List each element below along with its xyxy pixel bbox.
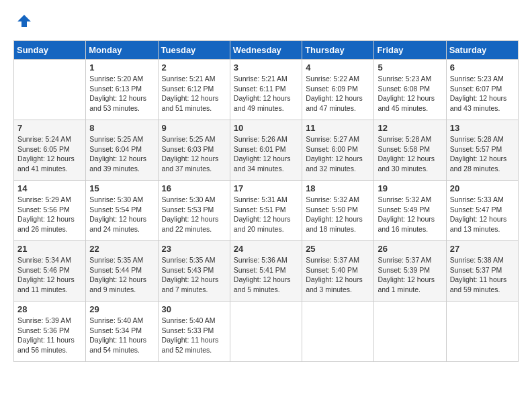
day-cell: 10 Sunrise: 5:26 AM Sunset: 6:01 PM Dayl… — [230, 120, 302, 181]
calendar-table: SundayMondayTuesdayWednesdayThursdayFrid… — [13, 40, 519, 362]
day-number: 25 — [306, 244, 370, 254]
day-info: Sunrise: 5:23 AM Sunset: 6:07 PM Dayligh… — [450, 74, 515, 113]
weekday-header-monday: Monday — [86, 41, 158, 60]
day-number: 3 — [234, 62, 298, 73]
day-info: Sunrise: 5:22 AM Sunset: 6:09 PM Dayligh… — [306, 74, 370, 113]
day-cell: 25 Sunrise: 5:37 AM Sunset: 5:40 PM Dayl… — [302, 241, 374, 302]
day-cell — [14, 60, 86, 120]
day-number: 20 — [450, 183, 515, 193]
day-cell: 30 Sunrise: 5:40 AM Sunset: 5:33 PM Dayl… — [158, 302, 230, 362]
day-cell: 2 Sunrise: 5:21 AM Sunset: 6:12 PM Dayli… — [158, 60, 230, 120]
day-info: Sunrise: 5:30 AM Sunset: 5:54 PM Dayligh… — [89, 195, 154, 234]
day-cell: 26 Sunrise: 5:37 AM Sunset: 5:39 PM Dayl… — [374, 241, 446, 302]
day-number: 17 — [234, 183, 298, 193]
weekday-header-tuesday: Tuesday — [158, 41, 230, 60]
day-number: 18 — [306, 183, 370, 193]
day-info: Sunrise: 5:21 AM Sunset: 6:12 PM Dayligh… — [162, 74, 226, 113]
day-number: 26 — [378, 244, 442, 254]
weekday-header-friday: Friday — [374, 41, 446, 60]
day-info: Sunrise: 5:31 AM Sunset: 5:51 PM Dayligh… — [234, 195, 298, 234]
week-row-3: 14 Sunrise: 5:29 AM Sunset: 5:56 PM Dayl… — [14, 181, 519, 241]
day-cell: 13 Sunrise: 5:28 AM Sunset: 5:57 PM Dayl… — [446, 120, 518, 181]
day-info: Sunrise: 5:27 AM Sunset: 6:00 PM Dayligh… — [306, 134, 370, 174]
day-number: 14 — [17, 183, 82, 193]
page-header — [13, 13, 519, 30]
day-info: Sunrise: 5:40 AM Sunset: 5:34 PM Dayligh… — [89, 316, 154, 355]
day-cell: 7 Sunrise: 5:24 AM Sunset: 6:05 PM Dayli… — [14, 120, 86, 181]
day-info: Sunrise: 5:25 AM Sunset: 6:03 PM Dayligh… — [162, 134, 226, 174]
day-info: Sunrise: 5:35 AM Sunset: 5:44 PM Dayligh… — [89, 255, 154, 295]
day-info: Sunrise: 5:29 AM Sunset: 5:56 PM Dayligh… — [17, 195, 82, 234]
week-row-4: 21 Sunrise: 5:34 AM Sunset: 5:46 PM Dayl… — [14, 241, 519, 302]
day-number: 30 — [162, 304, 226, 314]
day-info: Sunrise: 5:30 AM Sunset: 5:53 PM Dayligh… — [162, 195, 226, 234]
day-cell: 12 Sunrise: 5:28 AM Sunset: 5:58 PM Dayl… — [374, 120, 446, 181]
day-cell: 8 Sunrise: 5:25 AM Sunset: 6:04 PM Dayli… — [86, 120, 158, 181]
day-number: 12 — [378, 123, 442, 133]
day-number: 21 — [17, 244, 82, 254]
week-row-1: 1 Sunrise: 5:20 AM Sunset: 6:13 PM Dayli… — [14, 60, 519, 120]
day-number: 9 — [162, 123, 226, 133]
day-cell: 24 Sunrise: 5:36 AM Sunset: 5:41 PM Dayl… — [230, 241, 302, 302]
day-cell: 9 Sunrise: 5:25 AM Sunset: 6:03 PM Dayli… — [158, 120, 230, 181]
week-row-5: 28 Sunrise: 5:39 AM Sunset: 5:36 PM Dayl… — [14, 302, 519, 362]
day-cell: 18 Sunrise: 5:32 AM Sunset: 5:50 PM Dayl… — [302, 181, 374, 241]
day-number: 23 — [162, 244, 226, 254]
day-info: Sunrise: 5:35 AM Sunset: 5:43 PM Dayligh… — [162, 255, 226, 295]
day-number: 24 — [234, 244, 298, 254]
week-row-2: 7 Sunrise: 5:24 AM Sunset: 6:05 PM Dayli… — [14, 120, 519, 181]
day-info: Sunrise: 5:28 AM Sunset: 5:57 PM Dayligh… — [450, 134, 515, 174]
day-info: Sunrise: 5:34 AM Sunset: 5:46 PM Dayligh… — [17, 255, 82, 295]
day-cell: 1 Sunrise: 5:20 AM Sunset: 6:13 PM Dayli… — [86, 60, 158, 120]
day-cell: 15 Sunrise: 5:30 AM Sunset: 5:54 PM Dayl… — [86, 181, 158, 241]
day-info: Sunrise: 5:40 AM Sunset: 5:33 PM Dayligh… — [162, 316, 226, 355]
day-cell: 3 Sunrise: 5:21 AM Sunset: 6:11 PM Dayli… — [230, 60, 302, 120]
day-cell: 23 Sunrise: 5:35 AM Sunset: 5:43 PM Dayl… — [158, 241, 230, 302]
day-number: 1 — [89, 62, 154, 73]
day-cell: 19 Sunrise: 5:32 AM Sunset: 5:49 PM Dayl… — [374, 181, 446, 241]
day-number: 8 — [89, 123, 154, 133]
day-info: Sunrise: 5:28 AM Sunset: 5:58 PM Dayligh… — [378, 134, 442, 174]
day-cell: 20 Sunrise: 5:33 AM Sunset: 5:47 PM Dayl… — [446, 181, 518, 241]
day-info: Sunrise: 5:23 AM Sunset: 6:08 PM Dayligh… — [378, 74, 442, 113]
weekday-header-sunday: Sunday — [14, 41, 86, 60]
day-number: 28 — [17, 304, 82, 314]
day-number: 10 — [234, 123, 298, 133]
day-number: 4 — [306, 62, 370, 73]
day-info: Sunrise: 5:20 AM Sunset: 6:13 PM Dayligh… — [89, 74, 154, 113]
day-cell — [230, 302, 302, 362]
day-cell: 14 Sunrise: 5:29 AM Sunset: 5:56 PM Dayl… — [14, 181, 86, 241]
day-cell — [374, 302, 446, 362]
day-number: 11 — [306, 123, 370, 133]
day-cell: 28 Sunrise: 5:39 AM Sunset: 5:36 PM Dayl… — [14, 302, 86, 362]
day-number: 6 — [450, 62, 515, 73]
day-info: Sunrise: 5:32 AM Sunset: 5:50 PM Dayligh… — [306, 195, 370, 234]
weekday-header-wednesday: Wednesday — [230, 41, 302, 60]
day-cell: 29 Sunrise: 5:40 AM Sunset: 5:34 PM Dayl… — [86, 302, 158, 362]
day-cell: 27 Sunrise: 5:38 AM Sunset: 5:37 PM Dayl… — [446, 241, 518, 302]
day-info: Sunrise: 5:39 AM Sunset: 5:36 PM Dayligh… — [17, 316, 82, 355]
day-cell: 11 Sunrise: 5:27 AM Sunset: 6:00 PM Dayl… — [302, 120, 374, 181]
day-number: 15 — [89, 183, 154, 193]
day-info: Sunrise: 5:25 AM Sunset: 6:04 PM Dayligh… — [89, 134, 154, 174]
day-number: 22 — [89, 244, 154, 254]
day-number: 2 — [162, 62, 226, 73]
day-number: 5 — [378, 62, 442, 73]
day-number: 13 — [450, 123, 515, 133]
day-number: 16 — [162, 183, 226, 193]
day-info: Sunrise: 5:24 AM Sunset: 6:05 PM Dayligh… — [17, 134, 82, 174]
logo — [13, 13, 32, 30]
day-info: Sunrise: 5:32 AM Sunset: 5:49 PM Dayligh… — [378, 195, 442, 234]
day-info: Sunrise: 5:36 AM Sunset: 5:41 PM Dayligh… — [234, 255, 298, 295]
weekday-header-row: SundayMondayTuesdayWednesdayThursdayFrid… — [14, 41, 519, 60]
day-cell — [302, 302, 374, 362]
day-number: 19 — [378, 183, 442, 193]
day-number: 27 — [450, 244, 515, 254]
day-cell — [446, 302, 518, 362]
day-info: Sunrise: 5:37 AM Sunset: 5:39 PM Dayligh… — [378, 255, 442, 295]
day-number: 7 — [17, 123, 82, 133]
day-cell: 4 Sunrise: 5:22 AM Sunset: 6:09 PM Dayli… — [302, 60, 374, 120]
day-number: 29 — [89, 304, 154, 314]
day-info: Sunrise: 5:38 AM Sunset: 5:37 PM Dayligh… — [450, 255, 515, 295]
day-cell: 22 Sunrise: 5:35 AM Sunset: 5:44 PM Dayl… — [86, 241, 158, 302]
